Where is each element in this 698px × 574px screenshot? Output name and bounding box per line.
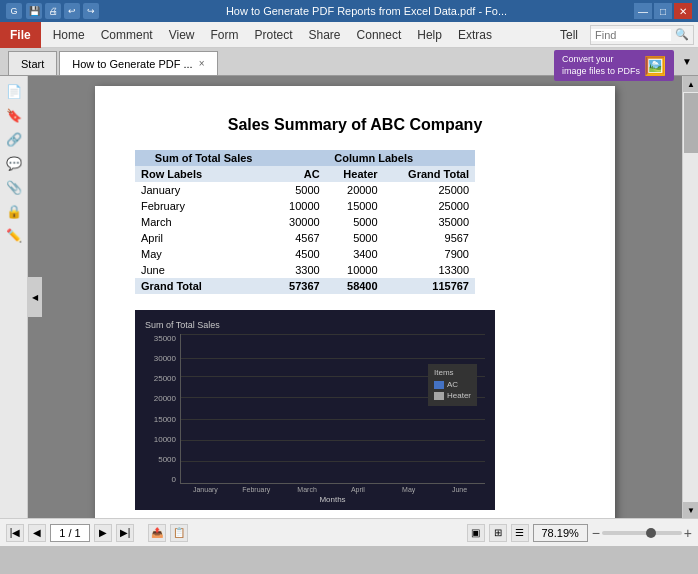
page-navigation — [50, 524, 90, 542]
minimize-button[interactable]: — — [634, 3, 652, 19]
x-label-jan: January — [180, 486, 231, 493]
row-apr-total: 9567 — [384, 230, 475, 246]
pdf-area[interactable]: Sales Summary of ABC Company Sum of Tota… — [28, 76, 682, 518]
right-scrollbar[interactable]: ▲ ▼ — [682, 76, 698, 518]
row-feb-heater: 15000 — [326, 198, 384, 214]
legend-heater-color — [434, 392, 444, 400]
find-input[interactable] — [591, 29, 671, 41]
sidebar-page-icon[interactable]: 📄 — [3, 80, 25, 102]
x-label-feb: February — [231, 486, 282, 493]
tab-pdf-label: How to Generate PDF ... — [72, 58, 192, 70]
tab-pdf[interactable]: How to Generate PDF ... × — [59, 51, 217, 75]
chart-legend: Items AC Heater — [428, 364, 477, 406]
view-menu[interactable]: View — [161, 22, 203, 48]
view-double-button[interactable]: ⊞ — [489, 524, 507, 542]
zoom-in-button[interactable]: + — [684, 525, 692, 541]
zoom-display: 78.19% — [533, 524, 588, 542]
tab-start[interactable]: Start — [8, 51, 57, 75]
protect-menu[interactable]: Protect — [247, 22, 301, 48]
table-row: January 5000 20000 25000 — [135, 182, 475, 198]
connect-menu[interactable]: Connect — [349, 22, 410, 48]
x-label-apr: April — [332, 486, 383, 493]
redo-icon[interactable]: ↪ — [83, 3, 99, 19]
view-scroll-button[interactable]: ☰ — [511, 524, 529, 542]
x-label-jun: June — [434, 486, 485, 493]
scroll-up-button[interactable]: ▲ — [683, 76, 698, 92]
row-mar-label: March — [135, 214, 272, 230]
form-menu[interactable]: Form — [203, 22, 247, 48]
col-heater: Heater — [326, 166, 384, 182]
row-apr-ac: 4567 — [272, 230, 325, 246]
legend-ac-label: AC — [447, 380, 458, 389]
maximize-button[interactable]: □ — [654, 3, 672, 19]
sidebar-toggle[interactable]: ◀ — [28, 277, 42, 317]
status-bar: |◀ ◀ ▶ ▶| 📤 📋 ▣ ⊞ ☰ 78.19% − + — [0, 518, 698, 546]
legend-ac-color — [434, 381, 444, 389]
row-jun-total: 13300 — [384, 262, 475, 278]
col-row-labels: Row Labels — [135, 166, 272, 182]
help-menu[interactable]: Help — [409, 22, 450, 48]
table-row: March 30000 5000 35000 — [135, 214, 475, 230]
sidebar-link-icon[interactable]: 🔗 — [3, 128, 25, 150]
comment-menu[interactable]: Comment — [93, 22, 161, 48]
tab-start-label: Start — [21, 58, 44, 70]
share-button[interactable]: 📋 — [170, 524, 188, 542]
table-grand-total-row: Grand Total 57367 58400 115767 — [135, 278, 475, 294]
sidebar-comment-icon[interactable]: 💬 — [3, 152, 25, 174]
table-row: April 4567 5000 9567 — [135, 230, 475, 246]
table-row: June 3300 10000 13300 — [135, 262, 475, 278]
tell-menu[interactable]: Tell — [552, 22, 586, 48]
save-icon[interactable]: 💾 — [26, 3, 42, 19]
row-may-label: May — [135, 246, 272, 262]
close-button[interactable]: ✕ — [674, 3, 692, 19]
scroll-track[interactable] — [683, 92, 698, 502]
legend-heater-label: Heater — [447, 391, 471, 400]
main-container: 📄 🔖 🔗 💬 📎 🔒 ✏️ ◀ Sales Summary of ABC Co… — [0, 76, 698, 518]
share-menu[interactable]: Share — [301, 22, 349, 48]
row-jun-label: June — [135, 262, 272, 278]
next-page-button[interactable]: ▶ — [94, 524, 112, 542]
row-may-ac: 4500 — [272, 246, 325, 262]
zoom-out-button[interactable]: − — [592, 525, 600, 541]
sidebar-edit-icon[interactable]: ✏️ — [3, 224, 25, 246]
first-page-button[interactable]: |◀ — [6, 524, 24, 542]
row-jan-heater: 20000 — [326, 182, 384, 198]
page-input[interactable] — [50, 524, 90, 542]
last-page-button[interactable]: ▶| — [116, 524, 134, 542]
tab-close-button[interactable]: × — [199, 58, 205, 69]
table-row: February 10000 15000 25000 — [135, 198, 475, 214]
extras-menu[interactable]: Extras — [450, 22, 500, 48]
row-apr-label: April — [135, 230, 272, 246]
home-menu[interactable]: Home — [45, 22, 93, 48]
scroll-down-button[interactable]: ▼ — [683, 502, 698, 518]
row-jan-ac: 5000 — [272, 182, 325, 198]
zoom-slider-thumb[interactable] — [646, 528, 656, 538]
convert-banner[interactable]: Convert yourimage files to PDFs 🖼️ — [554, 50, 674, 81]
table-header-sum: Sum of Total Sales — [135, 150, 272, 166]
x-axis: January February March April May June — [145, 486, 485, 493]
sidebar-lock-icon[interactable]: 🔒 — [3, 200, 25, 222]
find-icon[interactable]: 🔍 — [671, 28, 693, 41]
row-jun-ac: 3300 — [272, 262, 325, 278]
prev-page-button[interactable]: ◀ — [28, 524, 46, 542]
undo-icon[interactable]: ↩ — [64, 3, 80, 19]
table-header-row: Sum of Total Sales Column Labels — [135, 150, 475, 166]
view-single-button[interactable]: ▣ — [467, 524, 485, 542]
grand-total-ac: 57367 — [272, 278, 325, 294]
tab-dropdown[interactable]: ▼ — [676, 56, 698, 67]
grand-total-value: 115767 — [384, 278, 475, 294]
row-jan-total: 25000 — [384, 182, 475, 198]
export-button[interactable]: 📤 — [148, 524, 166, 542]
print-icon[interactable]: 🖨 — [45, 3, 61, 19]
file-menu[interactable]: File — [0, 22, 41, 48]
sidebar-bookmark-icon[interactable]: 🔖 — [3, 104, 25, 126]
legend-title: Items — [434, 368, 471, 377]
legend-ac: AC — [434, 380, 471, 389]
zoom-slider[interactable] — [602, 531, 682, 535]
row-mar-heater: 5000 — [326, 214, 384, 230]
sidebar-attach-icon[interactable]: 📎 — [3, 176, 25, 198]
app-icon: G — [6, 3, 22, 19]
grand-total-heater: 58400 — [326, 278, 384, 294]
pdf-page: Sales Summary of ABC Company Sum of Tota… — [95, 86, 615, 518]
scroll-thumb[interactable] — [684, 93, 698, 153]
